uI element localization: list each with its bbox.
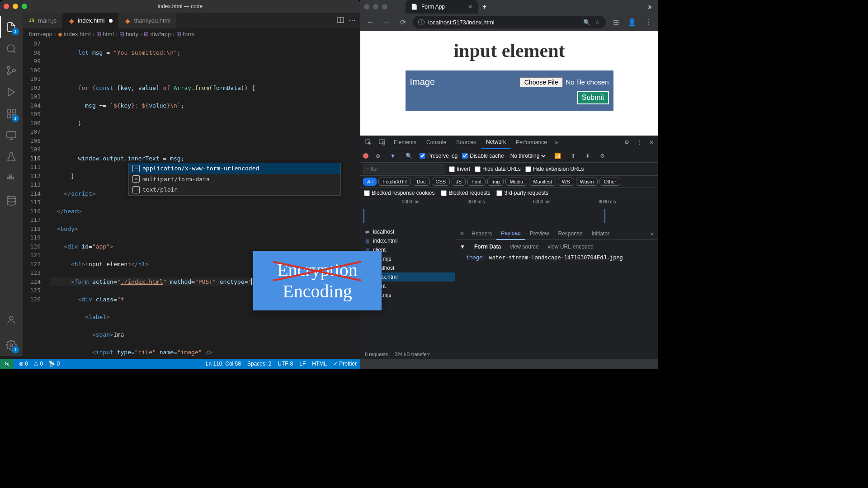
disable-cache-checkbox[interactable]: Disable cache <box>462 153 504 159</box>
tab-thankyou-html[interactable]: ◆ thankyou.html <box>118 13 176 28</box>
minimize-window-icon[interactable] <box>13 4 18 9</box>
clear-icon[interactable]: ⊘ <box>373 153 383 159</box>
detail-tab-preview[interactable]: Preview <box>525 227 554 240</box>
bookmark-icon[interactable]: ☆ <box>595 19 600 26</box>
more-tabs-icon[interactable]: » <box>648 230 656 237</box>
choose-file-button[interactable]: Choose File <box>519 77 563 87</box>
extensions-icon[interactable]: ⊞ <box>609 16 622 28</box>
address-bar[interactable]: i localhost:5173/index.html 🔍 ☆ <box>413 16 606 28</box>
pill-css[interactable]: CSS <box>432 178 450 186</box>
hide-data-urls-checkbox[interactable]: Hide data URLs <box>475 166 521 172</box>
record-button[interactable] <box>363 153 368 159</box>
detail-tab-response[interactable]: Response <box>553 227 587 240</box>
import-icon[interactable]: ⬆ <box>568 153 578 159</box>
export-icon[interactable]: ⬇ <box>583 153 593 159</box>
tab-index-html[interactable]: ◆ index.html <box>62 13 118 28</box>
reload-button[interactable]: ⟳ <box>396 16 409 28</box>
source-control-icon[interactable] <box>0 60 23 81</box>
close-detail-icon[interactable]: ✕ <box>457 230 467 237</box>
view-source-link[interactable]: view source <box>510 244 538 250</box>
settings-gear-icon[interactable]: ⚙ <box>597 153 608 159</box>
autocomplete-item[interactable]: ▭text/plain <box>129 184 340 195</box>
close-tab-icon[interactable]: ✕ <box>468 4 472 10</box>
remote-icon[interactable] <box>0 125 23 146</box>
breadcrumb-item[interactable]: ⊞ html <box>96 31 114 38</box>
tab-sources[interactable]: Sources <box>452 136 481 149</box>
pill-media[interactable]: Media <box>505 178 527 186</box>
view-url-encoded-link[interactable]: view URL-encoded <box>548 244 594 250</box>
tab-elements[interactable]: Elements <box>389 136 421 149</box>
extensions-icon[interactable]: 1 <box>0 103 23 125</box>
tab-main-js[interactable]: JS main.js <box>23 13 62 28</box>
close-window-icon[interactable] <box>4 4 9 9</box>
network-timeline[interactable]: 2000 ms 4000 ms 6000 ms 8000 ms <box>360 198 658 227</box>
maximize-window-icon[interactable] <box>382 4 387 9</box>
pill-img[interactable]: Img <box>487 178 504 186</box>
explorer-icon[interactable]: 1 <box>0 16 23 38</box>
close-icon[interactable]: ✕ <box>646 139 656 145</box>
profile-icon[interactable]: 👤 <box>626 16 638 28</box>
breadcrumb-item[interactable]: ⊞ body <box>119 31 138 38</box>
inspect-icon[interactable] <box>362 139 375 146</box>
close-window-icon[interactable] <box>364 4 369 9</box>
indentation[interactable]: Spaces: 2 <box>247 361 271 367</box>
submit-button[interactable]: Submit <box>577 91 609 104</box>
autocomplete-popup[interactable]: ▭application/x-www-form-urlencoded ▭mult… <box>128 163 341 196</box>
menu-icon[interactable]: ⋮ <box>642 16 655 28</box>
zoom-icon[interactable]: 🔍 <box>583 19 590 26</box>
tab-console[interactable]: Console <box>422 136 451 149</box>
warnings-count[interactable]: ⚠ 0 <box>33 361 43 367</box>
pill-ws[interactable]: WS <box>558 178 574 186</box>
detail-tab-initiator[interactable]: Initiator <box>587 227 613 240</box>
invert-checkbox[interactable]: Invert <box>449 166 470 172</box>
pill-font[interactable]: Font <box>467 178 486 186</box>
database-icon[interactable] <box>0 190 23 211</box>
tab-network[interactable]: Network <box>481 136 510 149</box>
language-mode[interactable]: HTML <box>312 361 327 367</box>
breadcrumb-item[interactable]: ⊞ form <box>176 31 194 38</box>
errors-count[interactable]: ⊗ 0 <box>19 361 28 367</box>
third-party-checkbox[interactable]: 3rd-party requests <box>496 190 548 196</box>
detail-tab-payload[interactable]: Payload <box>496 227 525 240</box>
preserve-log-checkbox[interactable]: Preserve log <box>420 153 458 159</box>
device-toolbar-icon[interactable] <box>376 139 388 146</box>
autocomplete-item[interactable]: ▭application/x-www-form-urlencoded <box>129 163 340 174</box>
network-conditions-icon[interactable]: 📶 <box>552 153 564 159</box>
chevron-down-icon[interactable]: » <box>645 3 655 11</box>
new-tab-button[interactable]: + <box>478 3 491 11</box>
file-input[interactable]: Choose File No file chosen <box>519 77 609 87</box>
breadcrumb-item[interactable]: ◆ index.html <box>58 31 90 38</box>
blocked-cookies-checkbox[interactable]: Blocked response cookies <box>364 190 434 196</box>
filter-funnel-icon[interactable]: ▼ <box>387 153 398 159</box>
maximize-window-icon[interactable] <box>22 4 27 9</box>
pill-wasm[interactable]: Wasm <box>576 178 598 186</box>
tab-performance[interactable]: Performance <box>511 136 552 149</box>
pill-all[interactable]: All <box>363 178 377 186</box>
pill-manifest[interactable]: Manifest <box>529 178 556 186</box>
more-tabs-icon[interactable]: » <box>552 139 561 145</box>
docker-icon[interactable] <box>0 168 23 190</box>
breadcrumb[interactable]: form-app › ◆ index.html › ⊞ html › ⊞ bod… <box>23 28 360 39</box>
pill-fetch[interactable]: Fetch/XHR <box>378 178 411 186</box>
prettier-status[interactable]: ✓ Prettier <box>333 361 357 367</box>
testing-icon[interactable] <box>0 146 23 168</box>
pill-doc[interactable]: Doc <box>413 178 430 186</box>
settings-gear-icon[interactable]: ⚙ <box>622 139 632 145</box>
request-row[interactable]: ▤index.html <box>360 236 455 245</box>
menu-icon[interactable]: ⋮ <box>634 139 645 145</box>
remote-indicator[interactable] <box>0 359 14 369</box>
split-editor-icon[interactable] <box>337 16 344 25</box>
throttling-select[interactable]: No throttling <box>509 152 547 160</box>
back-button[interactable]: ← <box>364 16 377 28</box>
search-icon[interactable] <box>0 38 23 60</box>
request-row[interactable]: ⇄localhost <box>360 227 455 236</box>
minimize-window-icon[interactable] <box>373 4 378 9</box>
forward-button[interactable]: → <box>380 16 393 28</box>
pill-other[interactable]: Other <box>599 178 620 186</box>
search-icon[interactable]: 🔍 <box>403 153 415 159</box>
more-actions-icon[interactable]: ⋯ <box>349 16 356 25</box>
expand-icon[interactable]: ▼ <box>460 244 465 250</box>
breadcrumb-item[interactable]: ⊞ div#app <box>144 31 171 38</box>
breadcrumb-item[interactable]: form-app <box>29 31 52 38</box>
detail-tab-headers[interactable]: Headers <box>467 227 496 240</box>
